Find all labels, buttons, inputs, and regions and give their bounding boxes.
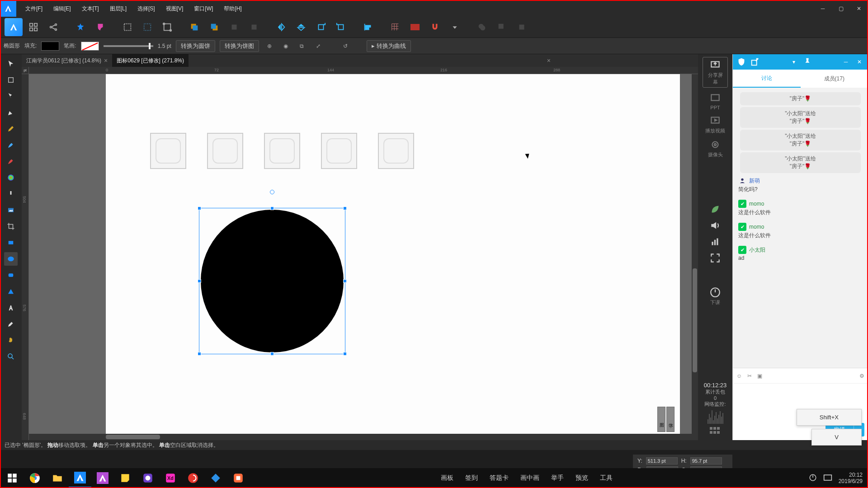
rectangle-tool[interactable] xyxy=(4,236,18,249)
magnet-icon[interactable] xyxy=(426,18,444,36)
resize-handle-e[interactable] xyxy=(343,279,347,283)
menu-view[interactable]: 视图[V] xyxy=(160,0,189,17)
play-video-button[interactable]: 播放视频 xyxy=(703,115,728,134)
resize-handle-n[interactable] xyxy=(270,206,274,210)
ruler-vertical[interactable]: 504 576 648 xyxy=(22,74,29,440)
tc-board[interactable]: 画板 xyxy=(441,474,453,482)
camera-button[interactable]: 摄像头 xyxy=(703,139,728,158)
chat-user[interactable]: 新萌 xyxy=(738,177,863,185)
icon-slot-1[interactable] xyxy=(150,133,186,169)
fill-tool[interactable] xyxy=(4,171,18,184)
hand-tool[interactable] xyxy=(4,333,18,347)
grid-icon[interactable] xyxy=(386,18,404,36)
chevron-down-icon[interactable]: ▾ xyxy=(789,57,799,67)
icon-slot-3[interactable] xyxy=(264,133,300,169)
zoom-tool[interactable] xyxy=(4,350,18,363)
chat-user[interactable]: ✔小太阳 xyxy=(738,246,863,254)
affinity-photo-icon[interactable] xyxy=(91,468,114,488)
app-orange-icon[interactable] xyxy=(227,468,250,488)
pencil-tool[interactable] xyxy=(4,122,18,136)
flip-horizontal-icon[interactable] xyxy=(272,18,290,36)
menu-text[interactable]: 文本[T] xyxy=(76,0,104,17)
move-tool[interactable] xyxy=(4,57,18,70)
start-button[interactable] xyxy=(1,468,24,488)
lock-center-icon[interactable]: ⊕ xyxy=(264,40,275,52)
rotate-cw-icon[interactable] xyxy=(312,18,330,36)
select-box-icon[interactable] xyxy=(118,18,137,36)
dropdown-small-icon[interactable] xyxy=(446,18,464,36)
horizontal-scrollbar[interactable] xyxy=(29,434,698,440)
rounded-rect-tool[interactable] xyxy=(4,268,18,282)
resize-handle-s[interactable] xyxy=(270,352,274,356)
affinity-designer-icon[interactable] xyxy=(69,468,91,488)
resize-handle-se[interactable] xyxy=(343,352,347,356)
app-purple-icon[interactable] xyxy=(137,468,159,488)
rotate-ccw-icon[interactable] xyxy=(332,18,350,36)
chrome-icon[interactable] xyxy=(24,468,46,488)
pen-tool[interactable] xyxy=(4,106,18,119)
selection-box[interactable] xyxy=(199,208,345,354)
grid-toggle-icon[interactable] xyxy=(698,427,732,436)
node-tool[interactable] xyxy=(4,89,18,103)
flip-vertical-icon[interactable] xyxy=(292,18,310,36)
resize-handle-sw[interactable] xyxy=(198,352,201,356)
y-input[interactable] xyxy=(646,457,678,465)
scissors-icon[interactable]: ✂ xyxy=(747,373,752,379)
stats-icon[interactable] xyxy=(703,236,728,248)
leaf-icon[interactable] xyxy=(703,203,728,215)
share-nodes-icon[interactable] xyxy=(44,18,62,36)
triangle-tool[interactable] xyxy=(4,285,18,298)
guides-icon[interactable] xyxy=(406,18,424,36)
menu-layer[interactable]: 图层[L] xyxy=(104,0,132,17)
stroke-width-slider[interactable] xyxy=(104,45,153,47)
artboard-tool[interactable] xyxy=(4,73,18,87)
stroke-swatch[interactable] xyxy=(81,42,99,51)
chat-close-icon[interactable]: ✕ xyxy=(854,57,864,67)
convert-pie-button[interactable]: 转换为饼图 xyxy=(220,40,259,52)
transparency-tool[interactable] xyxy=(4,187,18,201)
pin-icon[interactable] xyxy=(802,57,812,67)
chat-minimize-icon[interactable]: ─ xyxy=(841,57,851,67)
menu-file[interactable]: 文件[F] xyxy=(20,0,48,17)
minimize-button[interactable]: ─ xyxy=(814,0,832,17)
fill-swatch[interactable] xyxy=(41,42,59,51)
emoji-icon[interactable]: ☺ xyxy=(736,373,742,379)
eyedropper-tool[interactable] xyxy=(4,317,18,331)
tc-pip[interactable]: 画中画 xyxy=(520,474,539,482)
chat-scroll[interactable]: "房子"🌹 "小太阳"送给"房子"🌹 "小太阳"送给"房子"🌹 "小太阳"送给"… xyxy=(733,88,868,368)
brush-paint-tool[interactable] xyxy=(4,138,18,152)
doc-tab-1[interactable]: 江南学员0612 [已修改] (14.8%)× xyxy=(22,54,112,67)
revert-icon[interactable]: ↺ xyxy=(340,40,351,52)
menu-help[interactable]: 帮助[H] xyxy=(218,0,247,17)
doc-tab-1-close[interactable]: × xyxy=(104,54,108,67)
app-red-icon[interactable] xyxy=(182,468,204,488)
tc-signin[interactable]: 签到 xyxy=(465,474,478,482)
canvas-viewport[interactable]: 图层字体 xyxy=(29,74,698,440)
fullscreen-icon[interactable] xyxy=(703,252,728,264)
tc-tools[interactable]: 工具 xyxy=(600,474,613,482)
app-blue-diamond-icon[interactable] xyxy=(204,468,227,488)
chat-user[interactable]: ✔momo xyxy=(738,223,863,231)
doc-tab-2-close[interactable]: × xyxy=(547,54,551,67)
handle-out-icon[interactable]: ⧉ xyxy=(296,40,308,52)
ellipse-tool[interactable] xyxy=(4,252,18,266)
menu-window[interactable]: 窗口[W] xyxy=(189,0,218,17)
persona-designer-icon[interactable] xyxy=(5,18,23,36)
menu-select[interactable]: 选择[S] xyxy=(132,0,160,17)
speaker-icon[interactable] xyxy=(703,220,728,231)
doc-tab-2[interactable]: 图标0629 [已修改] (271.8%)× xyxy=(112,54,189,67)
align-left-icon[interactable] xyxy=(359,18,377,36)
settings-icon[interactable]: ⚙ xyxy=(859,373,864,379)
ruler-horizontal[interactable]: pt 0 72 144 216 288 xyxy=(22,67,698,74)
close-button[interactable]: ✕ xyxy=(850,0,868,17)
artboard-grid-icon[interactable] xyxy=(24,18,42,36)
order-front-icon[interactable] xyxy=(185,18,203,36)
tab-members[interactable]: 成员(17) xyxy=(801,70,868,88)
vertical-scrollbar[interactable] xyxy=(692,74,698,434)
crop-tool[interactable] xyxy=(4,220,18,233)
maximize-button[interactable]: ▢ xyxy=(832,0,850,17)
order-back-icon[interactable] xyxy=(205,18,223,36)
icon-slot-4[interactable] xyxy=(321,133,357,169)
share-screen-button[interactable]: 分享屏幕 xyxy=(703,57,728,88)
h-input[interactable] xyxy=(690,457,722,465)
